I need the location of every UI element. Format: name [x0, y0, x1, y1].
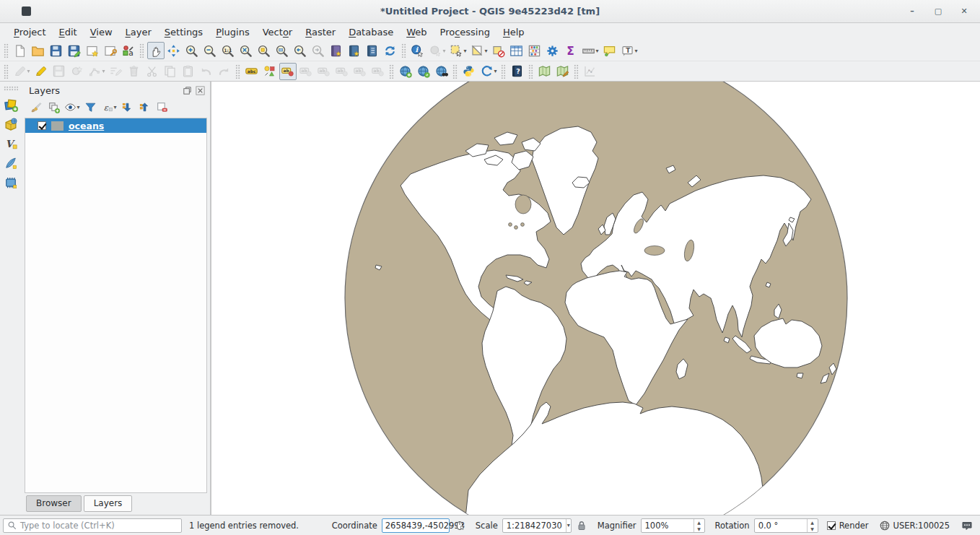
filter-legend-button[interactable] — [82, 99, 99, 115]
scale-combo[interactable]: 1:218427030 ▾ — [502, 518, 572, 533]
pan-map-button[interactable] — [147, 42, 165, 59]
messages-icon[interactable] — [961, 520, 973, 531]
dropdown-caret-icon[interactable]: ▾ — [27, 68, 30, 74]
collapse-all-button[interactable] — [136, 99, 153, 115]
new-virtual-layer-button[interactable] — [1, 173, 20, 191]
metasearch-button[interactable] — [433, 63, 450, 80]
layer-visibility-checkbox[interactable] — [38, 121, 46, 130]
mouse-tracking-icon[interactable] — [454, 520, 465, 531]
filter-by-expression-button[interactable]: ▾ — [100, 99, 118, 115]
pin-unpin-labels-button[interactable] — [279, 63, 297, 80]
measure-line-button[interactable]: ▾ — [580, 42, 600, 59]
dropdown-caret-icon[interactable]: ▾ — [77, 104, 80, 110]
crs-status-button[interactable]: USER:100025 — [879, 520, 950, 531]
toggle-editing-button[interactable] — [32, 63, 50, 80]
dropdown-caret-icon[interactable]: ▾ — [635, 48, 638, 54]
style-manager-button[interactable] — [120, 42, 137, 59]
zoom-last-button[interactable] — [292, 42, 309, 59]
manage-map-themes-button[interactable]: ▾ — [63, 99, 82, 115]
lock-scale-icon[interactable] — [576, 520, 587, 531]
panel-float-icon[interactable] — [182, 85, 193, 96]
dropdown-caret-icon[interactable]: ▾ — [443, 48, 446, 54]
new-project-button[interactable] — [12, 42, 29, 59]
add-group-button[interactable] — [45, 99, 62, 115]
new-spatial-bookmark-button[interactable] — [328, 42, 345, 59]
show-bookmark-manager-button[interactable] — [364, 42, 381, 59]
layer-diagram-options-button[interactable] — [261, 63, 279, 80]
show-layout-manager-button[interactable] — [102, 42, 119, 59]
tab-browser[interactable]: Browser — [26, 495, 82, 512]
deselect-features-button[interactable] — [490, 42, 507, 59]
menu-project[interactable]: Project — [7, 25, 53, 40]
rotation-spinbox[interactable]: 0.0 ° ▲▼ — [754, 518, 818, 533]
new-print-layout-button[interactable] — [84, 42, 101, 59]
minimize-button[interactable]: – — [905, 4, 919, 19]
locator-search-input[interactable]: Type to locate (Ctrl+K) — [3, 518, 182, 533]
panel-close-icon[interactable] — [195, 85, 206, 96]
dropdown-caret-icon[interactable]: ▾ — [485, 48, 488, 54]
dropdown-caret-icon[interactable]: ▾ — [464, 48, 467, 54]
expand-all-button[interactable] — [119, 99, 136, 115]
identify-features-button[interactable] — [409, 42, 426, 59]
coordinate-input[interactable]: 2658439,-4502993 — [382, 518, 450, 533]
menu-database[interactable]: Database — [342, 25, 400, 40]
select-features-by-value-button[interactable]: ▾ — [469, 42, 489, 59]
layer-labeling-options-button[interactable] — [243, 63, 261, 80]
menu-web[interactable]: Web — [400, 25, 433, 40]
save-project-as-button[interactable] — [66, 42, 83, 59]
magnifier-up-icon[interactable]: ▲ — [694, 519, 704, 526]
new-shapefile-layer-button[interactable] — [1, 134, 20, 152]
render-checkbox[interactable] — [827, 521, 836, 530]
refresh-wms-layer-button[interactable] — [415, 63, 432, 80]
open-project-button[interactable] — [30, 42, 47, 59]
dropdown-caret-icon[interactable]: ▾ — [102, 68, 105, 74]
show-statistical-summary-button[interactable] — [562, 42, 579, 59]
zoom-to-layer-button[interactable] — [274, 42, 291, 59]
magnifier-spinbox[interactable]: 100% ▲▼ — [641, 518, 705, 533]
menu-raster[interactable]: Raster — [299, 25, 342, 40]
zoom-native-button[interactable] — [219, 42, 237, 59]
open-field-calculator-button[interactable] — [526, 42, 543, 59]
refresh-map-button[interactable] — [382, 42, 399, 59]
menu-layer[interactable]: Layer — [119, 25, 158, 40]
zoom-to-selection-button[interactable] — [255, 42, 273, 59]
menu-processing[interactable]: Processing — [434, 25, 496, 40]
new-geopackage-layer-button[interactable] — [1, 115, 20, 133]
map-theme-edit-button[interactable] — [554, 63, 572, 80]
data-source-manager-button[interactable] — [1, 95, 20, 113]
map-canvas[interactable] — [211, 82, 980, 515]
dropdown-caret-icon[interactable]: ▾ — [596, 48, 599, 54]
menu-settings[interactable]: Settings — [158, 25, 209, 40]
menu-plugins[interactable]: Plugins — [209, 25, 256, 40]
processing-toolbox-button[interactable] — [544, 42, 561, 59]
magnifier-down-icon[interactable]: ▼ — [694, 526, 704, 532]
dropdown-caret-icon[interactable]: ▾ — [114, 104, 117, 110]
menu-view[interactable]: View — [84, 25, 119, 40]
layer-row-oceans[interactable]: oceans — [25, 118, 206, 133]
menu-help[interactable]: Help — [496, 25, 531, 40]
rotation-up-icon[interactable]: ▲ — [808, 519, 818, 526]
open-attribute-table-button[interactable] — [508, 42, 525, 59]
close-button[interactable]: ✕ — [957, 4, 971, 19]
tab-layers[interactable]: Layers — [84, 495, 133, 512]
menu-edit[interactable]: Edit — [53, 25, 84, 40]
layer-name[interactable]: oceans — [69, 121, 104, 131]
remove-layer-button[interactable] — [154, 99, 170, 115]
rotation-down-icon[interactable]: ▼ — [808, 526, 818, 532]
menu-vector[interactable]: Vector — [256, 25, 299, 40]
help-contents-button[interactable] — [509, 63, 526, 80]
scale-dropdown-icon[interactable]: ▾ — [566, 519, 571, 532]
save-project-button[interactable] — [48, 42, 65, 59]
text-annotation-button[interactable]: ▾ — [619, 42, 639, 59]
select-features-button[interactable]: ▾ — [448, 42, 468, 59]
open-layer-styling-button[interactable] — [28, 99, 45, 115]
osm-place-search-button[interactable] — [536, 63, 554, 80]
processing-history-button[interactable]: ▾ — [478, 63, 499, 80]
add-wms-layer-button[interactable] — [397, 63, 414, 80]
zoom-full-button[interactable] — [237, 42, 255, 59]
map-tips-button[interactable] — [601, 42, 618, 59]
dropdown-caret-icon[interactable]: ▾ — [494, 68, 497, 74]
python-console-button[interactable] — [460, 63, 478, 80]
pan-to-selection-button[interactable] — [165, 42, 183, 59]
zoom-in-button[interactable] — [183, 42, 201, 59]
